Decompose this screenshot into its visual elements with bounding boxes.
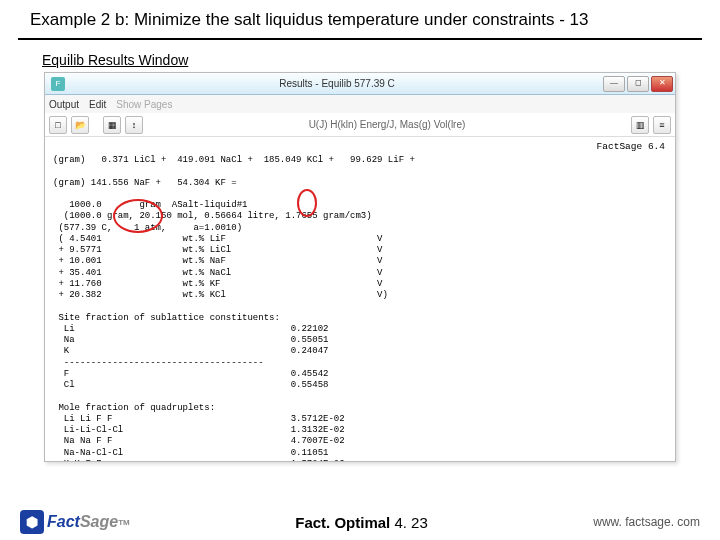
highlight-circle <box>297 189 317 217</box>
toolbar: □ 📂 ▦ ↕ U(J) H(kln) Energ/J, Mas(g) Vol(… <box>45 113 675 137</box>
footer: ⬢ FactSageTM Fact. Optimal 4. 23 www. fa… <box>0 504 720 540</box>
logo-tm: TM <box>118 518 130 527</box>
tool-icon[interactable]: ≡ <box>653 116 671 134</box>
version-label: FactSage 6.4 <box>597 141 665 153</box>
app-icon: F <box>51 77 65 91</box>
tool-icon[interactable]: ▦ <box>103 116 121 134</box>
logo: ⬢ FactSageTM <box>20 510 130 534</box>
open-icon[interactable]: 📂 <box>71 116 89 134</box>
menu-show-pages: Show Pages <box>116 99 172 110</box>
menu-edit[interactable]: Edit <box>89 99 106 110</box>
footer-center: Fact. Optimal 4. 23 <box>130 514 594 531</box>
results-pane: FactSage 6.4 (gram) 0.371 LiCl + 419.091… <box>45 137 675 461</box>
tool-icon[interactable]: ▥ <box>631 116 649 134</box>
subtitle: Equilib Results Window <box>42 52 720 68</box>
slide-title: Example 2 b: Minimize the salt liquidus … <box>30 10 700 30</box>
highlight-circle <box>113 199 163 233</box>
close-button[interactable]: ✕ <box>651 76 673 92</box>
maximize-button[interactable]: ◻ <box>627 76 649 92</box>
titlebar: F Results - Equilib 577.39 C — ◻ ✕ <box>45 73 675 95</box>
logo-sage: Sage <box>80 513 118 531</box>
footer-url: www. factsage. com <box>593 515 700 529</box>
title-divider <box>18 38 702 40</box>
equilib-results-window: F Results - Equilib 577.39 C — ◻ ✕ Outpu… <box>44 72 676 462</box>
menu-output[interactable]: Output <box>49 99 79 110</box>
minimize-button[interactable]: — <box>603 76 625 92</box>
logo-icon: ⬢ <box>20 510 44 534</box>
menubar: Output Edit Show Pages <box>45 95 675 113</box>
tool-icon[interactable]: ↕ <box>125 116 143 134</box>
new-icon[interactable]: □ <box>49 116 67 134</box>
toolbar-label: U(J) H(kln) Energ/J, Mas(g) Vol(lre) <box>147 119 627 130</box>
window-title: Results - Equilib 577.39 C <box>71 78 603 89</box>
logo-fact: Fact <box>47 513 80 531</box>
